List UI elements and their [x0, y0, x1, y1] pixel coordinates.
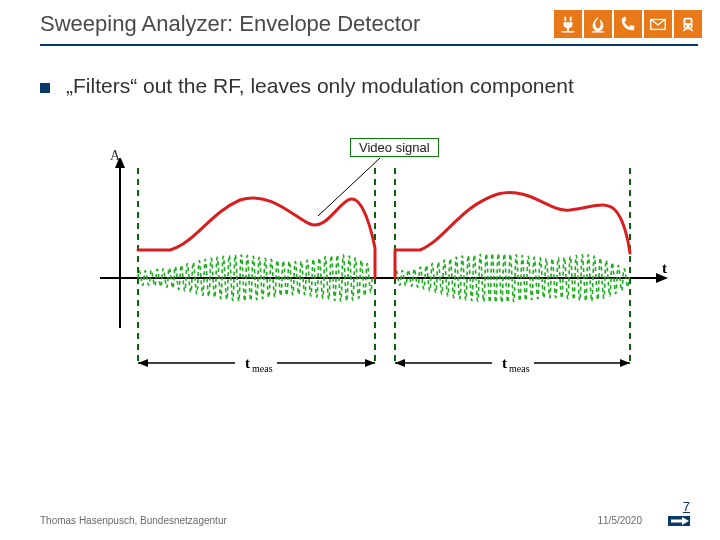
bullet-marker — [40, 83, 50, 93]
diagram-svg: t — [100, 158, 680, 418]
footer-date: 11/5/2020 — [598, 515, 643, 526]
footer-author: Thomas Hasenpusch, Bundesnetzagentur — [40, 515, 598, 526]
svg-text:t: t — [502, 355, 507, 371]
svg-text:t: t — [245, 355, 250, 371]
envelope-2 — [395, 193, 630, 278]
slide-title: Sweeping Analyzer: Envelope Detector — [40, 11, 554, 37]
svg-rect-30 — [671, 520, 682, 523]
title-icons — [554, 10, 702, 38]
svg-text:meas: meas — [509, 363, 530, 374]
svg-rect-0 — [562, 31, 575, 32]
svg-point-6 — [689, 25, 691, 27]
next-arrow-icon — [668, 516, 690, 526]
train-icon — [674, 10, 702, 38]
envelope-1 — [138, 198, 375, 278]
x-axis-label: t — [662, 260, 667, 276]
bullet-text: „Filters“ out the RF, leaves only modula… — [66, 74, 574, 98]
flame-icon — [584, 10, 612, 38]
svg-rect-4 — [685, 20, 690, 24]
svg-marker-8 — [115, 158, 125, 168]
svg-point-5 — [685, 25, 687, 27]
phone-icon — [614, 10, 642, 38]
svg-text:meas: meas — [252, 363, 273, 374]
envelope-diagram: A Video signal t — [70, 148, 670, 428]
svg-marker-24 — [620, 359, 630, 367]
video-signal-label: Video signal — [350, 138, 439, 157]
svg-marker-23 — [395, 359, 405, 367]
svg-line-15 — [318, 158, 380, 216]
tmeas-left: t meas — [138, 353, 375, 374]
tmeas-right: t meas — [395, 353, 630, 374]
page-number: 7 — [683, 499, 690, 514]
svg-marker-18 — [365, 359, 375, 367]
svg-marker-17 — [138, 359, 148, 367]
mail-icon — [644, 10, 672, 38]
bullet-item: „Filters“ out the RF, leaves only modula… — [40, 74, 680, 98]
plug-icon — [554, 10, 582, 38]
svg-rect-1 — [592, 31, 605, 32]
